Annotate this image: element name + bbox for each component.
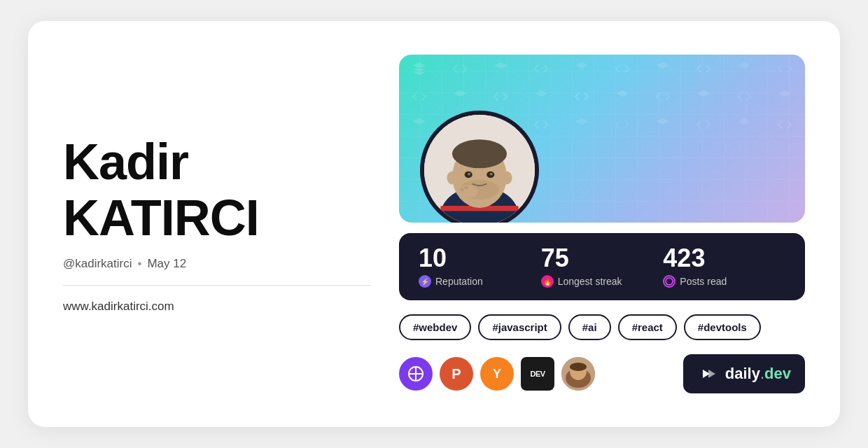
- user-handle: @kadirkatirci: [63, 257, 132, 271]
- svg-point-6: [447, 172, 458, 185]
- tags-row: #webdev #javascript #ai #react #devtools: [399, 314, 805, 340]
- pattern-mark: [602, 111, 643, 139]
- profile-card: Kadir KATIRCI @kadirkatirci • May 12 www…: [28, 21, 840, 427]
- right-section: 10 ⚡ Reputation 75 🔥 Longest streak 423: [399, 55, 805, 393]
- svg-point-10: [468, 173, 470, 176]
- pattern-mark: [764, 55, 805, 83]
- svg-rect-14: [460, 188, 464, 191]
- pattern-mark: [643, 83, 683, 111]
- posts-value: 423: [663, 246, 785, 271]
- bottom-row: P Y DEV: [399, 354, 805, 393]
- streak-value: 75: [541, 246, 664, 271]
- svg-point-22: [570, 363, 587, 371]
- reputation-label: ⚡ Reputation: [419, 275, 541, 288]
- svg-point-5: [452, 139, 507, 168]
- daily-logo-icon: [697, 363, 720, 385]
- pattern-mark: [561, 111, 602, 139]
- producthunt-icon[interactable]: P: [440, 357, 473, 391]
- pattern-mark: [643, 111, 683, 139]
- svg-rect-15: [465, 186, 469, 189]
- stat-reputation: 10 ⚡ Reputation: [419, 246, 541, 288]
- pattern-mark: [399, 83, 440, 111]
- dev-word: dev: [764, 365, 791, 382]
- reputation-value: 10: [419, 246, 541, 271]
- posts-icon: [663, 275, 676, 288]
- avatar: [420, 111, 539, 223]
- tag-javascript[interactable]: #javascript: [478, 314, 561, 340]
- pattern-mark: [683, 83, 724, 111]
- pattern-mark: [440, 55, 480, 83]
- svg-point-13: [458, 185, 478, 198]
- pattern-mark: [724, 55, 764, 83]
- pattern-mark: [724, 111, 764, 139]
- pattern-mark: [764, 111, 805, 139]
- posts-label: Posts read: [663, 275, 785, 288]
- pattern-mark: [602, 83, 643, 111]
- tag-react[interactable]: #react: [618, 314, 677, 340]
- meta-separator: •: [138, 257, 142, 271]
- hackernews-icon[interactable]: Y: [480, 357, 514, 391]
- join-date: May 12: [147, 257, 186, 271]
- profile-banner: [399, 55, 805, 223]
- pattern-mark: [764, 83, 805, 111]
- divider: [63, 285, 371, 286]
- pattern-mark: [521, 55, 561, 83]
- daily-text: daily.dev: [725, 365, 791, 383]
- svg-point-7: [502, 172, 512, 185]
- last-name: KATIRCI: [63, 190, 371, 246]
- pattern-mark: [724, 83, 764, 111]
- stats-bar: 10 ⚡ Reputation 75 🔥 Longest streak 423: [399, 233, 805, 300]
- streak-icon: 🔥: [541, 275, 554, 288]
- user-meta: @kadirkatirci • May 12: [63, 257, 371, 271]
- stat-posts: 423 Posts read: [663, 246, 785, 288]
- website-link[interactable]: www.kadirkatirci.com: [63, 300, 371, 314]
- user-avatar-small[interactable]: [561, 357, 595, 391]
- daily-dev-logo[interactable]: daily.dev: [683, 354, 805, 393]
- left-section: Kadir KATIRCI @kadirkatirci • May 12 www…: [63, 134, 399, 313]
- pattern-mark: [521, 83, 561, 111]
- pattern-mark: [480, 83, 521, 111]
- tag-webdev[interactable]: #webdev: [399, 314, 471, 340]
- pattern-mark: [561, 83, 602, 111]
- first-name: Kadir: [63, 134, 371, 190]
- pattern-mark: [440, 83, 480, 111]
- posts-icon-inner: [665, 277, 673, 286]
- tag-devtools[interactable]: #devtools: [684, 314, 761, 340]
- pattern-mark: [683, 111, 724, 139]
- pattern-mark: [480, 55, 521, 83]
- streak-label: 🔥 Longest streak: [541, 275, 664, 288]
- pattern-mark: [399, 55, 440, 83]
- daily-word: daily: [725, 365, 760, 382]
- social-icons: P Y DEV: [399, 357, 595, 391]
- devto-icon[interactable]: DEV: [521, 357, 554, 391]
- pattern-mark: [683, 55, 724, 83]
- pattern-mark: [643, 55, 683, 83]
- reputation-icon: ⚡: [419, 275, 431, 288]
- pattern-mark: [602, 55, 643, 83]
- stat-streak: 75 🔥 Longest streak: [541, 246, 664, 288]
- svg-point-11: [490, 173, 493, 176]
- tag-ai[interactable]: #ai: [568, 314, 611, 340]
- stackexchange-icon[interactable]: [399, 357, 433, 391]
- pattern-mark: [561, 55, 602, 83]
